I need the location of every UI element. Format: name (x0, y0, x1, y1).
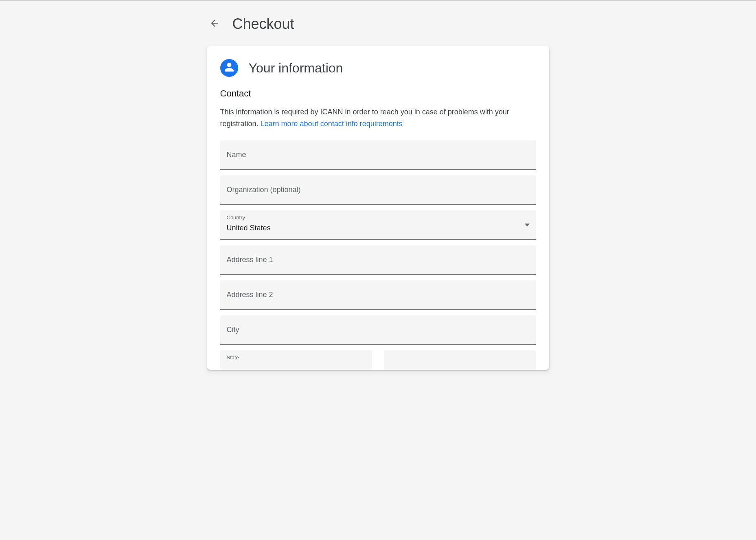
page-title: Checkout (232, 15, 294, 33)
contact-heading: Contact (220, 88, 536, 99)
state-row: State (220, 350, 536, 370)
your-information-card: Your information Contact This informatio… (207, 46, 549, 370)
person-badge (220, 59, 238, 77)
card-title: Your information (249, 61, 343, 76)
country-label: Country (227, 214, 245, 221)
back-button[interactable] (205, 14, 224, 34)
person-icon (224, 62, 234, 74)
arrow-back-icon (209, 18, 220, 30)
address1-placeholder: Address line 1 (227, 256, 273, 264)
second-partial-field[interactable] (384, 350, 536, 370)
checkout-header: Checkout (207, 1, 549, 46)
contact-description: This information is required by ICANN in… (220, 106, 536, 130)
country-value: United States (227, 224, 271, 232)
caret-down-icon (525, 221, 530, 228)
country-select[interactable]: Country United States (220, 210, 536, 240)
organization-field[interactable]: Organization (optional) (220, 175, 536, 205)
name-field[interactable]: Name (220, 140, 536, 170)
card-header: Your information (220, 59, 536, 77)
learn-more-link[interactable]: Learn more about contact info requiremen… (261, 120, 403, 128)
address2-placeholder: Address line 2 (227, 291, 273, 299)
organization-placeholder: Organization (optional) (227, 186, 301, 194)
state-label: State (227, 354, 239, 361)
city-field[interactable]: City (220, 315, 536, 345)
city-placeholder: City (227, 326, 239, 334)
address-line-1-field[interactable]: Address line 1 (220, 245, 536, 275)
address-line-2-field[interactable]: Address line 2 (220, 280, 536, 310)
name-placeholder: Name (227, 151, 246, 159)
state-select[interactable]: State (220, 350, 372, 370)
